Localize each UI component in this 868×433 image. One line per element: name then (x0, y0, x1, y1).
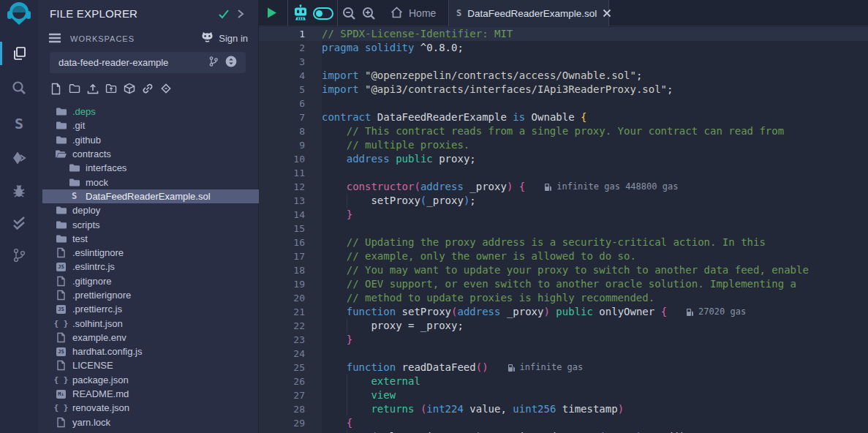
rail-item-search-icon[interactable] (0, 75, 38, 100)
code-line[interactable]: 5import "@api3/contracts/interfaces/IApi… (259, 83, 868, 97)
close-tab-icon[interactable] (603, 9, 611, 18)
code-editor[interactable]: 1// SPDX-License-Identifier: MIT2pragma … (259, 26, 868, 433)
file-icon (56, 276, 67, 287)
code-line[interactable]: 16 // Updating the proxy address is a se… (259, 236, 868, 249)
code-line[interactable]: 22 proxy = _proxy; (259, 319, 868, 333)
tree-file-yarn-lock[interactable]: yarn.lock (38, 415, 259, 429)
code-line[interactable]: 8 // This contract reads from a single p… (259, 124, 868, 138)
code-line[interactable]: 14 } (259, 208, 868, 222)
tree-item-label: .eslintignore (72, 247, 124, 258)
zoom-in-icon[interactable] (362, 7, 376, 23)
upload-folder-icon[interactable] (105, 82, 117, 95)
tree-folder-deploy[interactable]: deploy (38, 203, 259, 217)
code-line[interactable]: 24 (259, 347, 868, 361)
workspace-select[interactable]: data-feed-reader-example (50, 52, 246, 73)
file-explorer-panel: FILE EXPLORER WORKSPACES Sign in data-fe… (38, 0, 259, 433)
code-line[interactable]: 19 // OEV support, or even switch to ano… (259, 277, 868, 291)
tree-folder-interfaces[interactable]: interfaces (38, 161, 259, 175)
code-line[interactable]: 9 // multiple proxies. (259, 138, 868, 152)
run-script-button[interactable] (266, 7, 278, 22)
tab-datafeedreaderexample-sol[interactable]: S DataFeedReaderExample.sol (448, 0, 609, 26)
rail-item-unit-testing-icon[interactable] (0, 211, 38, 236)
tree-folder-mock[interactable]: mock (38, 175, 259, 189)
code-line[interactable]: 1// SPDX-License-Identifier: MIT (259, 27, 868, 41)
ipfs-cube-icon[interactable] (123, 82, 135, 95)
tree-file-package-json[interactable]: { }package.json (38, 373, 259, 387)
tree-folder--github[interactable]: .github (38, 133, 259, 147)
rail-item-solidity-compiler-icon[interactable]: S (0, 111, 38, 136)
code-line[interactable]: 3 (259, 55, 868, 69)
tree-folder-contracts[interactable]: contracts (38, 147, 259, 161)
new-folder-icon[interactable] (68, 82, 80, 95)
sign-in-button[interactable]: Sign in (201, 31, 248, 45)
tree-file-example-env[interactable]: example.env (38, 331, 259, 344)
code-text: // You may want to update your proxy to … (322, 263, 809, 277)
code-text: } (322, 208, 352, 222)
tree-file-license[interactable]: LICENSE (38, 358, 259, 372)
check-icon[interactable] (218, 9, 230, 22)
code-line[interactable]: 6 (259, 97, 868, 110)
indent-guide (347, 402, 347, 416)
tree-file--eslintignore[interactable]: .eslintignore (38, 246, 259, 260)
rail-item-deploy-and-run-icon[interactable] (0, 146, 38, 170)
code-line[interactable]: 11 (259, 166, 868, 180)
tree-file-datafeedreaderexample-sol[interactable]: SDataFeedReaderExample.sol (42, 189, 259, 203)
code-line[interactable]: 20 // method to update proxies is highly… (259, 291, 868, 305)
rail-item-debugger-icon[interactable] (0, 178, 38, 203)
file-icon (56, 247, 67, 258)
code-line[interactable]: 21 function setProxy(address _proxy) pub… (259, 305, 868, 319)
code-line[interactable]: 27 view (259, 388, 868, 402)
tree-item-label: .eslintrc.js (72, 261, 115, 272)
rail-item-file-explorer-icon[interactable] (0, 41, 38, 66)
tree-file-hardhat-config-js[interactable]: JShardhat.config.js (38, 344, 259, 358)
ai-toggle[interactable] (313, 7, 333, 20)
code-line[interactable]: 18 // You may want to update your proxy … (259, 263, 868, 277)
home-icon (390, 7, 403, 20)
code-line[interactable]: 28 returns (int224 value, uint256 timest… (259, 402, 868, 416)
tree-file--prettierignore[interactable]: .prettierignore (38, 288, 259, 302)
tree-file--solhint-json[interactable]: { }.solhint.json (38, 316, 259, 330)
tree-item-label: renovate.json (72, 402, 129, 413)
upload-file-icon[interactable] (86, 82, 99, 95)
tree-file--eslintrc-js[interactable]: JS.eslintrc.js (38, 260, 259, 274)
line-number: 29 (259, 416, 322, 430)
code-line[interactable]: 12 constructor(address _proxy) {infinite… (259, 180, 868, 194)
rail-item-git-icon[interactable] (0, 243, 38, 268)
code-line[interactable]: 30 (value, timestamp) = IApi3ReaderProxy… (259, 430, 868, 433)
link-icon[interactable] (141, 82, 154, 95)
line-number: 4 (259, 69, 322, 83)
code-line[interactable]: 7contract DataFeedReaderExample is Ownab… (259, 110, 868, 124)
remix-logo-icon[interactable] (2, 1, 36, 34)
code-line[interactable]: 10 address public proxy; (259, 152, 868, 166)
tree-folder--deps[interactable]: .deps (38, 105, 259, 118)
toggle-knob (316, 10, 322, 17)
tree-file--prettierrc-js[interactable]: JS.prettierrc.js (38, 302, 259, 316)
code-line[interactable]: 25 function readDataFeed()infinite gas (259, 361, 868, 374)
code-line[interactable]: 23 } (259, 333, 868, 347)
tab-home[interactable]: Home (382, 0, 445, 26)
tree-item-label: LICENSE (72, 360, 113, 371)
github-icon (201, 31, 214, 45)
code-line[interactable]: 26 external (259, 374, 868, 388)
code-text: // method to update proxies is highly re… (322, 291, 654, 305)
js-icon: JS (56, 263, 67, 271)
tree-folder--git[interactable]: .git (38, 118, 259, 132)
code-line[interactable]: 13 setProxy(_proxy); (259, 194, 868, 208)
tree-file-readme-md[interactable]: M↓README.md (38, 387, 259, 401)
workspace-dropdown-icon[interactable] (225, 56, 237, 70)
code-line[interactable]: 4import "@openzeppelin/contracts/access/… (259, 69, 868, 83)
tree-file--gitignore[interactable]: .gitignore (38, 274, 259, 288)
tree-folder-scripts[interactable]: scripts (38, 217, 259, 231)
ai-assistant-robot-icon[interactable] (293, 4, 309, 25)
chevron-right-icon[interactable] (237, 9, 244, 22)
zoom-out-icon[interactable] (342, 7, 356, 23)
code-line[interactable]: 17 // example, only the owner is allowed… (259, 249, 868, 263)
code-line[interactable]: 2pragma solidity ^0.8.0; (259, 41, 868, 55)
workspaces-menu-icon[interactable] (48, 33, 61, 46)
code-line[interactable]: 29 { (259, 416, 868, 430)
tree-folder-test[interactable]: test (38, 232, 259, 246)
code-line[interactable]: 15 (259, 222, 868, 236)
gist-icon[interactable] (159, 82, 172, 95)
new-file-icon[interactable] (50, 82, 62, 95)
tree-file-renovate-json[interactable]: { }renovate.json (38, 401, 259, 415)
